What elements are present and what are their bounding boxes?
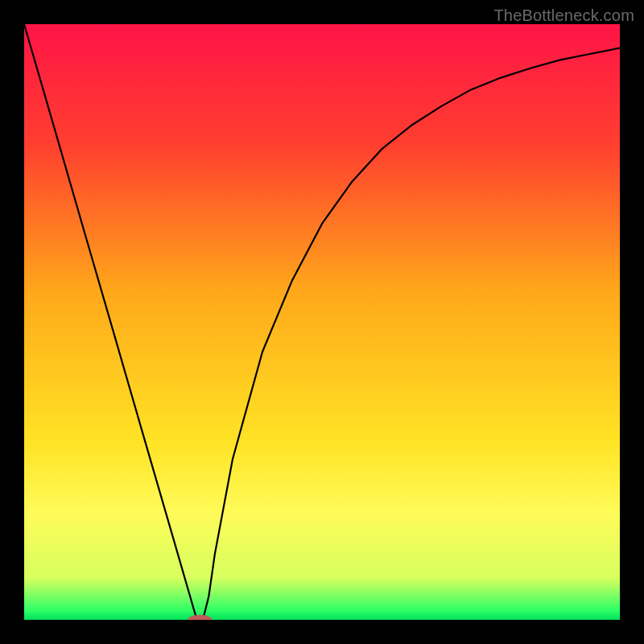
gradient-background <box>24 24 620 620</box>
chart-frame: TheBottleneck.com <box>0 0 644 644</box>
watermark-text: TheBottleneck.com <box>493 6 634 25</box>
plot-area <box>24 24 620 620</box>
chart-svg <box>24 24 620 620</box>
